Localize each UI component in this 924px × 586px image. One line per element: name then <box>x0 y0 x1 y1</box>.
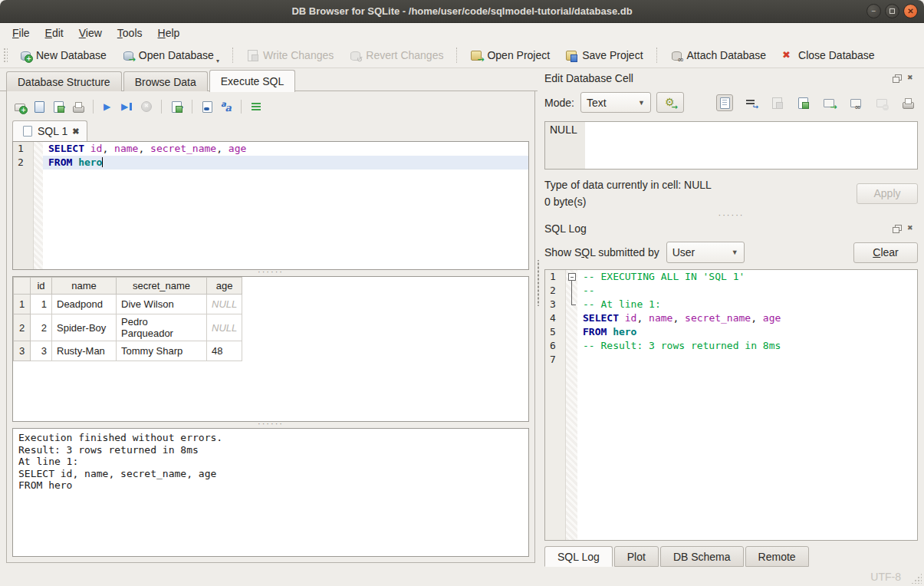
write-changes-button[interactable]: Write Changes <box>238 44 341 66</box>
cell-secret_name[interactable]: Dive Wilson <box>117 295 207 314</box>
open-database-button[interactable]: Open Database▾ <box>114 44 227 66</box>
menu-file[interactable]: File <box>5 23 38 43</box>
word-wrap-button[interactable] <box>742 94 759 111</box>
row-header[interactable]: 3 <box>14 341 31 361</box>
stop-execution-button[interactable] <box>140 100 153 113</box>
dock-tab-remote[interactable]: Remote <box>745 546 809 567</box>
cell-id[interactable]: 2 <box>31 314 52 341</box>
execute-all-button[interactable] <box>102 100 114 113</box>
splitter-results-status[interactable] <box>12 422 529 428</box>
write-changes-label: Write Changes <box>263 49 334 61</box>
menu-help[interactable]: Help <box>150 23 188 43</box>
resize-grip[interactable] <box>911 573 922 584</box>
close-tab-icon[interactable]: ✖ <box>72 127 79 137</box>
close-button[interactable]: ✕ <box>903 4 918 18</box>
cell-age[interactable]: NULL <box>207 295 242 314</box>
toolbar-separator <box>241 100 242 114</box>
edit-cell-float-button[interactable] <box>891 73 903 84</box>
column-header-secret_name[interactable]: secret_name <box>117 278 207 295</box>
tab-execute-sql[interactable]: Execute SQL <box>209 70 296 92</box>
clear-log-button[interactable]: Clear <box>853 242 918 263</box>
cell-secret_name[interactable]: Tommy Sharp <box>117 341 207 361</box>
column-header-age[interactable]: age <box>207 278 242 295</box>
cell-value-editor[interactable]: NULL <box>544 121 918 170</box>
cell-name[interactable]: Spider-Boy <box>52 314 117 341</box>
open-database-dropdown-caret[interactable]: ▾ <box>216 58 219 64</box>
tab-database-structure[interactable]: Database Structure <box>6 71 122 91</box>
fold-marker <box>566 284 577 298</box>
sql-log-viewer[interactable]: 1-- EXECUTING ALL IN 'SQL 1'2--3-- At li… <box>544 269 918 541</box>
dock-tab-plot[interactable]: Plot <box>614 546 659 567</box>
execute-current-line-button[interactable] <box>121 100 133 113</box>
minimize-button[interactable]: − <box>866 4 881 18</box>
cell-name[interactable]: Deadpond <box>52 295 117 314</box>
column-header-id[interactable]: id <box>31 278 52 295</box>
sql-log-line-text: -- At line 1: <box>577 298 917 311</box>
fold-margin <box>566 353 577 367</box>
open-sql-file-button[interactable] <box>33 100 45 113</box>
toolbar-drag-handle[interactable] <box>3 48 8 63</box>
maximize-button[interactable] <box>885 4 899 18</box>
save-sql-file-button[interactable]: ▾ <box>52 100 65 113</box>
new-database-button[interactable]: New Database <box>12 44 114 66</box>
print-cell-button[interactable] <box>899 94 916 111</box>
print-sql-button[interactable] <box>72 100 84 113</box>
titlebar[interactable]: DB Browser for SQLite - /home/user/code/… <box>0 0 924 23</box>
fold-marker[interactable] <box>566 270 577 284</box>
word-wrap-icon <box>745 97 757 109</box>
cell-secret_name[interactable]: Pedro Parqueador <box>117 314 207 341</box>
splitter-docks[interactable] <box>543 210 919 220</box>
sql-code-editor[interactable]: 1SELECT id, name, secret_name, age2FROM … <box>12 141 529 270</box>
copy-link-button[interactable] <box>847 94 864 111</box>
results-grid[interactable]: idnamesecret_nameage11DeadpondDive Wilso… <box>12 276 529 422</box>
revert-changes-button[interactable]: Revert Changes <box>341 44 451 66</box>
status-bar: UTF-8 <box>0 568 924 586</box>
apply-button[interactable]: Apply <box>857 183 918 204</box>
word-wrap-icon <box>250 100 262 113</box>
tab-browse-data[interactable]: Browse Data <box>123 71 208 91</box>
close-database-button[interactable]: Close Database <box>774 44 883 66</box>
splitter-main-vertical[interactable] <box>536 260 541 306</box>
new-sql-tab-button[interactable] <box>14 100 26 113</box>
row-header[interactable]: 2 <box>14 314 31 341</box>
column-header-name[interactable]: name <box>52 278 117 295</box>
grid-corner-cell[interactable] <box>14 278 31 295</box>
save-project-button[interactable]: Save Project <box>557 44 650 66</box>
menu-edit[interactable]: Edit <box>38 23 71 43</box>
import-data-button[interactable] <box>768 94 785 111</box>
find-replace-button[interactable] <box>201 100 213 113</box>
auto-complete-button[interactable] <box>220 100 232 113</box>
menu-tools[interactable]: Tools <box>110 23 150 43</box>
sql-log-float-button[interactable] <box>891 223 903 234</box>
set-null-button[interactable] <box>873 94 890 111</box>
cell-id[interactable]: 1 <box>31 295 52 314</box>
save-results-button[interactable]: ▾ <box>170 100 183 113</box>
sql-document-tab[interactable]: SQL 1 ✖ <box>12 120 87 141</box>
dock-tab-db-schema[interactable]: DB Schema <box>660 546 744 567</box>
open-in-external-button[interactable] <box>820 94 837 111</box>
word-wrap-button[interactable] <box>250 100 262 113</box>
edit-cell-close-button[interactable] <box>906 73 918 84</box>
row-header[interactable]: 1 <box>14 295 31 314</box>
cell-age[interactable]: 48 <box>207 341 242 361</box>
toolbar-separator <box>232 48 233 63</box>
cell-editor-body[interactable] <box>585 122 917 169</box>
sql-log-line: 7 <box>545 353 917 367</box>
auto-switch-mode-button[interactable] <box>656 92 684 113</box>
attach-database-button[interactable]: Attach Database <box>663 44 774 66</box>
open-project-button[interactable]: Open Project <box>462 44 557 66</box>
cell-age[interactable]: NULL <box>207 314 242 341</box>
dock-tab-sql-log[interactable]: SQL Log <box>544 546 613 567</box>
export-data-button[interactable] <box>794 94 811 111</box>
menu-view[interactable]: View <box>71 23 110 43</box>
right-panel: Edit Database Cell Mode: Text ▼ NULL <box>541 68 921 568</box>
sql-log-close-button[interactable] <box>906 223 918 234</box>
cell-mode-select[interactable]: Text ▼ <box>580 92 651 113</box>
sql-log-filter-select[interactable]: User ▼ <box>666 242 745 263</box>
cell-id[interactable]: 3 <box>31 341 52 361</box>
splitter-editor-results[interactable] <box>12 270 529 276</box>
toolbar-separator <box>192 100 192 114</box>
open-sql-file-icon <box>33 100 45 113</box>
text-mode-button[interactable] <box>716 94 733 111</box>
cell-name[interactable]: Rusty-Man <box>52 341 117 361</box>
